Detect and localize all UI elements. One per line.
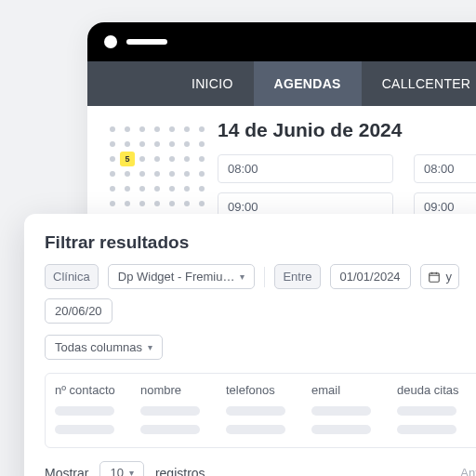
skeleton	[226, 425, 285, 434]
svg-rect-0	[429, 272, 439, 281]
skeleton	[226, 406, 285, 416]
prev-page-button[interactable]: Ante	[460, 466, 476, 476]
divider	[264, 267, 265, 287]
window-control-icon	[104, 35, 117, 48]
time-slot[interactable]: 08:00	[218, 154, 393, 183]
tab-callcenter[interactable]: CALLCENTER	[362, 61, 476, 106]
chevron-down-icon: ▾	[148, 342, 152, 352]
chevron-down-icon: ▾	[240, 271, 245, 282]
skeleton	[311, 406, 371, 416]
clinic-select[interactable]: Dp Widget - Fremiu… ▾	[108, 264, 256, 289]
chevron-down-icon: ▾	[129, 468, 134, 476]
window-title-placeholder	[126, 39, 167, 45]
skeleton	[397, 406, 456, 416]
skeleton	[140, 425, 200, 434]
calendar-icon	[428, 271, 441, 284]
date-picker-button[interactable]: y	[420, 264, 460, 289]
agenda-main: 14 de Junio de 2024 Refrescar H 08:00 09…	[218, 119, 476, 221]
col-header[interactable]: deuda citas	[397, 383, 475, 397]
clinic-select-value: Dp Widget - Fremiu…	[118, 270, 235, 284]
skeleton	[55, 406, 114, 416]
skeleton	[140, 406, 200, 416]
col-header[interactable]: email	[311, 383, 390, 397]
col-header[interactable]: nº contacto	[55, 383, 133, 397]
tab-agendas[interactable]: AGENDAS	[254, 61, 362, 106]
skeleton	[55, 425, 114, 434]
records-label: registros	[155, 466, 205, 477]
and-label: y	[446, 270, 453, 284]
page-size-value: 10	[110, 466, 123, 476]
mini-calendar[interactable]: 5	[108, 119, 193, 221]
calendar-active-day[interactable]: 5	[120, 152, 135, 166]
col-header[interactable]: telefonos	[226, 383, 304, 397]
filter-title: Filtrar resultados	[45, 232, 476, 253]
date-title: 14 de Junio de 2024	[218, 119, 402, 141]
skeleton	[311, 425, 371, 434]
tab-inicio[interactable]: INICIO	[171, 61, 254, 106]
date-from-input[interactable]: 01/01/2024	[330, 264, 411, 289]
results-table: nº contacto nombre telefonos email deuda…	[45, 373, 476, 448]
skeleton	[397, 425, 456, 434]
date-to-value: 20/06/20	[55, 304, 102, 318]
filter-panel: Filtrar resultados Clínica Dp Widget - F…	[24, 214, 476, 476]
nav-bar: INICIO AGENDAS CALLCENTER ...	[87, 61, 476, 106]
date-to-input[interactable]: 20/06/20	[45, 298, 112, 324]
title-bar	[87, 22, 476, 61]
col-header[interactable]: nombre	[140, 383, 218, 397]
date-from-value: 01/01/2024	[340, 270, 401, 284]
time-slot[interactable]: 08:00	[414, 154, 476, 183]
clinic-label: Clínica	[45, 264, 99, 289]
table-footer: Mostrar 10 ▾ registros Ante	[45, 461, 476, 476]
columns-select-value: Todas columnas	[55, 340, 142, 354]
between-label: Entre	[274, 264, 320, 289]
columns-select[interactable]: Todas columnas ▾	[45, 335, 163, 360]
show-label: Mostrar	[45, 466, 88, 477]
page-size-select[interactable]: 10 ▾	[99, 461, 143, 476]
